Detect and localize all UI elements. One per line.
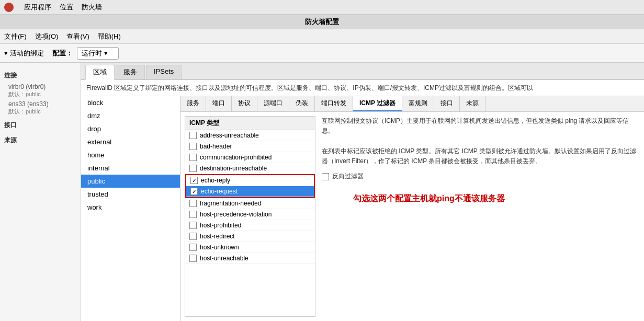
checkbox-destination-unreachable[interactable] [189,165,197,172]
icmp-label: echo-request [201,188,238,195]
icmp-label: host-unknown [200,244,239,251]
zone-item-trusted[interactable]: trusted [81,188,180,201]
icmp-desc-title: 互联网控制报文协议（ICMP）主要用于在联网的计算机间发送出错信息，但也发送类似… [322,116,640,136]
sub-tab-portforward[interactable]: 端口转发 [315,96,353,111]
icmp-highlighted-group: ✓ echo-reply ✓ echo-request [185,174,315,198]
sidebar: 连接 virbr0 (virbr0) 默认：public ens33 (ens3… [0,63,81,321]
icmp-row-host-redirect[interactable]: host-redirect [185,231,315,242]
menu-options[interactable]: 选项(O) [35,32,59,41]
sub-tab-source[interactable]: 未源 [460,96,485,111]
sub-tab-service[interactable]: 服务 [180,96,206,111]
menu-bar: 文件(F) 选项(O) 查看(V) 帮助(H) [0,29,644,44]
sub-tab-interface[interactable]: 接口 [434,96,460,111]
icmp-row-address-unreachable[interactable]: address-unreachable [185,130,315,141]
menu-file[interactable]: 文件(F) [4,32,27,41]
content-area: 区域 服务 IPSets FirewallD 区域定义了绑定的网络连接、接口以及… [81,63,644,321]
menu-apps[interactable]: 应用程序 [24,3,51,12]
icmp-row-echo-reply[interactable]: ✓ echo-reply [186,175,314,186]
icmp-list-section: ICMP 类型 address-unreachable bad-header [185,116,315,317]
sidebar-item-ens33[interactable]: ens33 (ens33) 默认：public [0,99,81,117]
checkbox-echo-request[interactable]: ✓ [190,188,198,195]
icmp-row-host-precedence-violation[interactable]: host-precedence-violation [185,209,315,220]
annotation-container: 勾选这两个配置主机就ping不通该服务器 [353,192,640,205]
menu-firewall[interactable]: 防火墙 [82,3,102,12]
sub-tab-richrules[interactable]: 富规则 [402,96,434,111]
icmp-row-host-prohibited[interactable]: host-prohibited [185,220,315,231]
menu-help[interactable]: 帮助(H) [98,32,121,41]
icmp-row-host-unreachable[interactable]: host-unreachable [185,253,315,264]
icmp-label: fragmentation-needed [200,200,261,207]
sidebar-item-label: ens33 (ens33) [8,100,76,108]
icmp-label: host-redirect [200,233,235,240]
tab-zone[interactable]: 区域 [85,65,115,80]
zone-item-home[interactable]: home [81,148,180,162]
zone-item-drop[interactable]: drop [81,122,180,135]
main-layout: 连接 virbr0 (virbr0) 默认：public ens33 (ens3… [0,63,644,321]
icmp-label: communication-prohibited [200,154,272,161]
active-binding-toggle[interactable]: ▾ 活动的绑定 [4,49,44,58]
dropdown-arrow-icon: ▾ [104,49,108,57]
config-label: 配置： [52,49,73,58]
icmp-desc-detail: 在列表中标记应该被拒绝的 ICMP 类型。所有其它 ICMP 类型则被允许通过防… [322,146,640,166]
icmp-content: ICMP 类型 address-unreachable bad-header [180,112,644,321]
sub-tabs: 服务 端口 协议 源端口 伪装 端口转发 ICMP 过滤器 富规则 接口 未源 [180,96,644,112]
icmp-label: host-precedence-violation [200,211,272,218]
checkbox-bad-header[interactable] [189,143,197,150]
icmp-label: destination-unreachable [200,165,267,172]
invert-filter-label: 反向过滤器 [332,171,364,181]
checkbox-address-unreachable[interactable] [189,132,197,139]
checkbox-host-redirect[interactable] [189,233,197,240]
menu-view[interactable]: 查看(V) [66,32,89,41]
checkbox-host-unknown[interactable] [189,244,197,251]
zone-item-public[interactable]: public [81,175,180,188]
config-dropdown[interactable]: 运行时 ▾ [77,47,119,60]
menu-position[interactable]: 位置 [60,3,73,12]
checkbox-host-precedence-violation[interactable] [189,211,197,218]
sidebar-item-label: virbr0 (virbr0) [8,83,76,90]
zone-item-work[interactable]: work [81,201,180,214]
icmp-row-host-unknown[interactable]: host-unknown [185,242,315,253]
sub-tab-masquerade[interactable]: 伪装 [289,96,315,111]
icmp-panel: 服务 端口 协议 源端口 伪装 端口转发 ICMP 过滤器 富规则 接口 未源 … [180,96,644,321]
invert-filter-section: 反向过滤器 [322,171,640,181]
sub-tab-protocol[interactable]: 协议 [232,96,257,111]
sidebar-item-sublabel: 默认：public [8,108,76,116]
tab-service[interactable]: 服务 [116,65,145,79]
icmp-list: address-unreachable bad-header communica… [185,130,315,317]
sidebar-section-connection: 连接 [0,69,81,82]
zone-item-external[interactable]: external [81,135,180,148]
sidebar-item-virbr0[interactable]: virbr0 (virbr0) 默认：public [0,82,81,99]
sub-tab-icmp[interactable]: ICMP 过滤器 [353,96,402,111]
sidebar-section-source: 来源 [0,134,81,147]
icmp-label: bad-header [200,143,232,150]
window-title: 防火墙配置 [305,17,339,27]
checkbox-communication-prohibited[interactable] [189,154,197,161]
title-bar: 防火墙配置 [0,15,644,29]
tab-ipsets[interactable]: IPSets [146,65,182,79]
icmp-table-header: ICMP 类型 [185,116,315,130]
icmp-row-destination-unreachable[interactable]: destination-unreachable [185,163,315,174]
sub-tab-port[interactable]: 端口 [206,96,232,111]
icmp-label: echo-reply [201,177,230,184]
sidebar-item-sublabel: 默认：public [8,90,76,98]
icmp-row-communication-prohibited[interactable]: communication-prohibited [185,152,315,163]
checkbox-host-unreachable[interactable] [189,255,197,262]
sidebar-section-interface: 接口 [0,119,81,132]
zone-item-block[interactable]: block [81,96,180,109]
checkbox-host-prohibited[interactable] [189,222,197,229]
checkbox-fragmentation-needed[interactable] [189,200,197,207]
checkbox-echo-reply[interactable]: ✓ [190,177,198,184]
icmp-row-fragmentation-needed[interactable]: fragmentation-needed [185,198,315,209]
zone-item-internal[interactable]: internal [81,162,180,175]
checkbox-invert-filter[interactable] [322,173,329,180]
app-logo [4,3,16,12]
sub-tab-srcport[interactable]: 源端口 [257,96,289,111]
icmp-row-echo-request[interactable]: ✓ echo-request [186,186,314,197]
icmp-row-bad-header[interactable]: bad-header [185,141,315,152]
active-binding-label: 活动的绑定 [10,49,44,58]
icmp-label: host-prohibited [200,222,241,229]
config-value: 运行时 [82,49,102,58]
zone-item-dmz[interactable]: dmz [81,109,180,122]
icmp-desc-section: 互联网控制报文协议（ICMP）主要用于在联网的计算机间发送出错信息，但也发送类似… [322,116,640,317]
system-bar: 应用程序 位置 防火墙 [0,0,644,15]
